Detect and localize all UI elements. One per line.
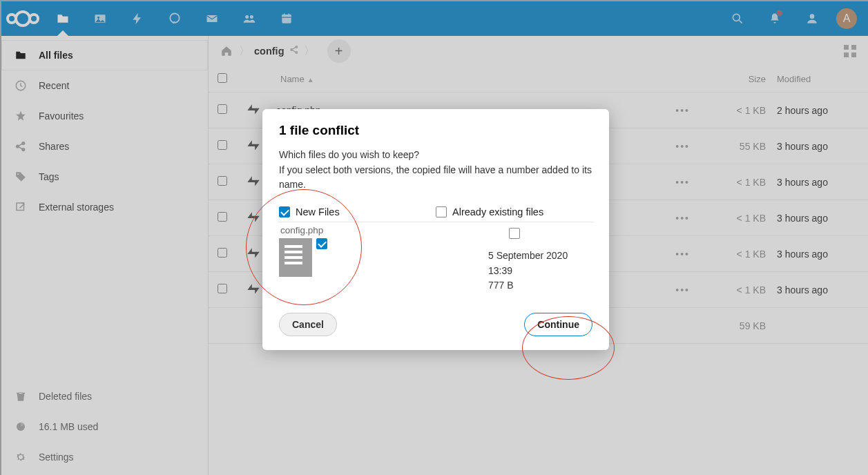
new-file-item-checkbox[interactable] bbox=[316, 238, 327, 249]
existing-files-checkbox[interactable] bbox=[436, 206, 447, 217]
conflict-filename: config.php bbox=[280, 225, 436, 235]
file-thumb-icon bbox=[279, 238, 312, 277]
existing-file-item-checkbox[interactable] bbox=[509, 228, 520, 239]
continue-button[interactable]: Continue bbox=[524, 313, 592, 336]
dialog-text: Which files do you wish to keep? If you … bbox=[279, 148, 592, 193]
new-files-checkbox[interactable] bbox=[279, 206, 290, 217]
cancel-button[interactable]: Cancel bbox=[279, 313, 337, 336]
new-files-label: New Files bbox=[296, 206, 340, 217]
existing-files-label: Already existing files bbox=[452, 206, 543, 217]
existing-file-details: 5 September 2020 13:39 777 B bbox=[436, 249, 592, 293]
dialog-title: 1 file conflict bbox=[279, 123, 592, 138]
conflict-dialog: 1 file conflict Which files do you wish … bbox=[262, 109, 609, 350]
